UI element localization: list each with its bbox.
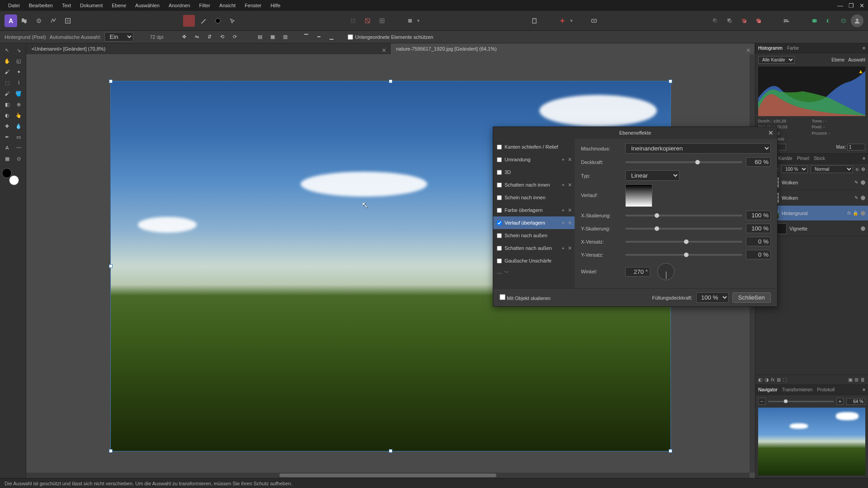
autoselect-icon[interactable]	[226, 15, 238, 27]
eyedropper-tool-icon[interactable]: ⊙	[14, 154, 24, 164]
navigator-preview[interactable]	[758, 408, 865, 475]
remove-icon[interactable]: ✕	[568, 220, 572, 226]
persona-photo-icon[interactable]	[19, 15, 30, 27]
close-icon[interactable]: ✕	[768, 129, 774, 136]
visibility-toggle[interactable]	[861, 180, 865, 185]
fx-badge-icon[interactable]: fx	[847, 211, 851, 216]
align-left-icon[interactable]: ▤	[255, 33, 264, 42]
group-icon[interactable]: ▣	[848, 377, 853, 383]
persona-develop-icon[interactable]	[47, 15, 59, 27]
align-center-icon[interactable]: ▦	[268, 33, 277, 42]
crop-tool-icon[interactable]: ◱	[14, 56, 24, 66]
pencil-icon[interactable]: ✎	[854, 180, 858, 185]
tab-histogramm[interactable]: Histogramm	[758, 46, 783, 51]
dodge-tool-icon[interactable]: ◐	[2, 110, 13, 120]
move-up-icon[interactable]: ︿	[497, 269, 502, 277]
pen-tool-icon[interactable]: ✒	[2, 132, 13, 142]
persona-liquify-icon[interactable]	[33, 15, 45, 27]
align-bottom-icon[interactable]: ▁	[327, 33, 336, 42]
layer-opacity-select[interactable]: 100 %	[781, 165, 808, 173]
fill-opacity-select[interactable]: 100 %	[696, 292, 729, 303]
flip-h-icon[interactable]: ⇋	[192, 33, 201, 42]
add-icon[interactable]: +	[562, 207, 565, 213]
dialog-titlebar[interactable]: Ebeneneffekte ✕	[493, 127, 777, 139]
menu-bearbeiten[interactable]: Bearbeiten	[24, 0, 57, 11]
opacity-value[interactable]	[746, 157, 771, 167]
doc-tab-2[interactable]: nature-7595617_1920.jpg [Geändert] (64,1…	[391, 43, 755, 54]
scrollbar-h[interactable]	[26, 473, 750, 478]
effect-bevel[interactable]: Kanten schleifen / Relief	[493, 141, 575, 153]
doc-tab-1[interactable]: <Unbenannt> [Geändert] (70,8%)✕	[26, 43, 391, 54]
snapshot-dropdown-icon[interactable]: ▼	[570, 19, 574, 23]
foreground-color-swatch[interactable]	[9, 175, 19, 185]
effect-gaussian-blur[interactable]: Gaußsche Unschärfe	[493, 254, 575, 267]
healing-tool-icon[interactable]: ✚	[2, 121, 13, 131]
add-layer-icon[interactable]: ⊞	[854, 377, 859, 383]
shape-tool-icon[interactable]: ▭	[14, 132, 24, 142]
lock-icon[interactable]: 🔒	[853, 211, 858, 216]
menu-dokument[interactable]: Dokument	[75, 0, 107, 11]
align-middle-icon[interactable]: ━	[314, 33, 323, 42]
order-forward-icon[interactable]	[738, 15, 750, 27]
effect-outline[interactable]: Umrandung+✕	[493, 153, 575, 166]
brush-tool-icon[interactable]	[198, 15, 209, 27]
xoffset-value[interactable]	[746, 237, 771, 246]
align-top-icon[interactable]: ▔	[302, 33, 311, 42]
zoom-slider[interactable]	[768, 401, 834, 402]
move-tool-icon[interactable]: ↖	[2, 45, 13, 55]
tab-kanaele[interactable]: Kanäle	[778, 156, 792, 161]
grid-solid-icon[interactable]	[376, 15, 388, 27]
selection-handle[interactable]	[669, 80, 672, 83]
histogram-max-input[interactable]	[847, 144, 865, 150]
tab-farbe[interactable]: Farbe	[787, 46, 799, 51]
yoffset-value[interactable]	[746, 250, 771, 259]
menu-filter[interactable]: Filter	[195, 0, 215, 11]
fx-icon[interactable]: fx	[771, 377, 775, 383]
selection-handle[interactable]	[109, 264, 113, 268]
scale-with-object-checkbox[interactable]: Mit Objekt skalieren	[500, 294, 551, 301]
selection-brush-icon[interactable]: 🖌	[2, 67, 13, 77]
tab-stock[interactable]: Stock	[814, 156, 825, 161]
xscale-value[interactable]	[746, 211, 771, 220]
erase-tool-icon[interactable]: ◧	[2, 99, 13, 109]
no-grid-icon[interactable]	[362, 15, 373, 27]
histogram-layer-button[interactable]: Ebene	[831, 57, 844, 62]
add-icon[interactable]: +	[562, 220, 565, 225]
adjustment-icon[interactable]: ◑	[764, 377, 769, 383]
visibility-toggle[interactable]	[861, 211, 865, 216]
minimize-button[interactable]: ―	[837, 2, 843, 9]
boolean-subtract-icon[interactable]	[823, 15, 835, 27]
selection-handle[interactable]	[389, 449, 392, 453]
effect-outer-glow[interactable]: Schein nach außen	[493, 229, 575, 242]
marquee-tool-icon[interactable]: ⬚	[2, 78, 13, 88]
delete-layer-icon[interactable]: 🗑	[860, 377, 865, 383]
panel-menu-icon[interactable]: ≡	[863, 46, 865, 51]
flood-select-icon[interactable]: ✦	[14, 67, 24, 77]
pencil-icon[interactable]: ✎	[854, 195, 858, 200]
effect-3d[interactable]: 3D	[493, 166, 575, 178]
panel-menu-icon[interactable]: ≡	[863, 387, 865, 392]
crop-layer-icon[interactable]: ⊠	[777, 377, 781, 383]
menu-auswaehlen[interactable]: Auswählen	[131, 0, 164, 11]
add-icon[interactable]: +	[562, 182, 565, 188]
order-back-icon[interactable]	[709, 15, 721, 27]
boolean-intersect-icon[interactable]	[838, 15, 849, 27]
selection-handle[interactable]	[109, 449, 113, 453]
rotate-cw-icon[interactable]: ⟳	[230, 33, 239, 42]
effect-inner-glow[interactable]: Schein nach innen	[493, 191, 575, 204]
flip-v-icon[interactable]: ⇵	[205, 33, 214, 42]
link-icon[interactable]: ⬚	[783, 377, 787, 383]
assistant-icon[interactable]	[528, 15, 540, 27]
autoselect-dropdown[interactable]: Ein	[104, 32, 133, 42]
xscale-slider[interactable]	[625, 215, 742, 216]
maximize-button[interactable]: ❐	[849, 2, 854, 9]
smudge-tool-icon[interactable]: 👆	[14, 110, 24, 120]
menu-ansicht[interactable]: Ansicht	[215, 0, 240, 11]
gradient-preview[interactable]	[625, 184, 652, 207]
align-icon[interactable]	[781, 15, 793, 27]
mask-icon[interactable]: ◐	[758, 377, 763, 383]
swatches-icon[interactable]	[183, 15, 195, 27]
opacity-slider[interactable]	[625, 161, 742, 163]
effect-gradient-overlay[interactable]: Verlauf überlagern+✕	[493, 216, 575, 229]
move-down-icon[interactable]: ﹀	[504, 269, 509, 277]
